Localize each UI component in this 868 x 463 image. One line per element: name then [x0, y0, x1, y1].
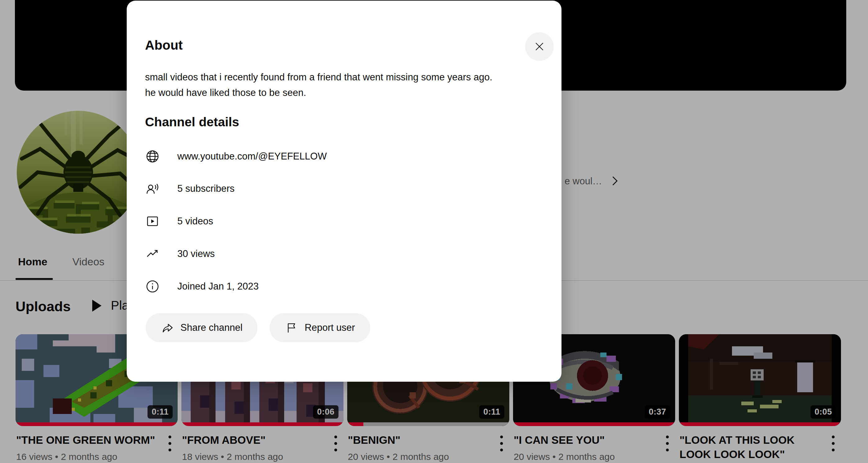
- flag-icon: [285, 321, 299, 334]
- detail-row-url: www.youtube.com/@EYEFELLOW: [145, 140, 518, 172]
- report-user-button[interactable]: Report user: [270, 313, 370, 342]
- view-count: 30 views: [177, 248, 215, 259]
- description-line: small videos that i recently found from …: [145, 69, 552, 85]
- joined-date: Joined Jan 1, 2023: [177, 281, 259, 292]
- modal-title: About: [145, 38, 183, 53]
- videos-icon: [145, 214, 160, 229]
- subscribers-icon: [145, 181, 160, 196]
- close-icon: [532, 39, 547, 54]
- about-modal: About small videos that i recently found…: [127, 1, 561, 382]
- close-button[interactable]: [525, 32, 554, 61]
- channel-description: small videos that i recently found from …: [145, 69, 552, 101]
- share-channel-button[interactable]: Share channel: [146, 313, 257, 342]
- detail-row-videos: 5 videos: [145, 205, 518, 237]
- detail-row-subscribers: 5 subscribers: [145, 172, 518, 205]
- share-channel-label: Share channel: [180, 322, 243, 333]
- detail-row-joined: Joined Jan 1, 2023: [145, 270, 518, 303]
- video-count: 5 videos: [177, 216, 213, 227]
- detail-row-views: 30 views: [145, 238, 518, 270]
- description-line: he would have liked those to be seen.: [145, 85, 552, 101]
- info-icon: [145, 279, 160, 294]
- channel-url[interactable]: www.youtube.com/@EYEFELLOW: [177, 151, 327, 162]
- share-icon: [160, 321, 174, 334]
- views-trending-icon: [145, 246, 160, 261]
- globe-icon: [145, 149, 160, 164]
- subscriber-count: 5 subscribers: [177, 183, 235, 194]
- channel-details-heading: Channel details: [145, 115, 239, 129]
- report-user-label: Report user: [305, 322, 355, 333]
